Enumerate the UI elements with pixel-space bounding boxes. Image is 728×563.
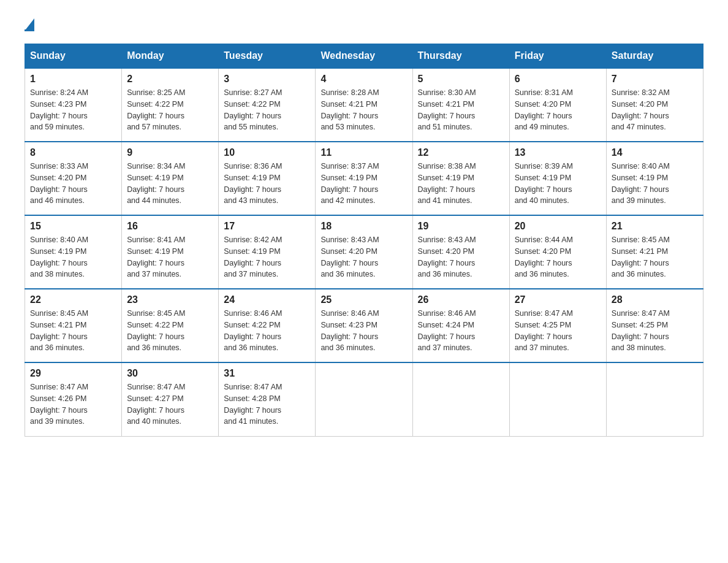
day-info: Sunrise: 8:24 AM Sunset: 4:23 PM Dayligh… [30,88,88,131]
day-number: 31 [224,368,310,379]
day-info: Sunrise: 8:46 AM Sunset: 4:24 PM Dayligh… [418,309,476,352]
header-monday: Monday [122,44,219,69]
week-row-1: 1 Sunrise: 8:24 AM Sunset: 4:23 PM Dayli… [25,68,703,142]
week-row-4: 22 Sunrise: 8:45 AM Sunset: 4:21 PM Dayl… [25,289,703,362]
day-number: 10 [224,147,310,158]
calendar-cell: 14 Sunrise: 8:40 AM Sunset: 4:19 PM Dayl… [606,142,703,215]
day-info: Sunrise: 8:37 AM Sunset: 4:19 PM Dayligh… [320,162,379,205]
week-row-5: 29 Sunrise: 8:47 AM Sunset: 4:26 PM Dayl… [25,362,703,436]
calendar-cell: 7 Sunrise: 8:32 AM Sunset: 4:20 PM Dayli… [606,68,703,142]
day-number: 6 [515,74,601,85]
day-number: 27 [515,294,601,305]
calendar-table: SundayMondayTuesdayWednesdayThursdayFrid… [25,44,703,437]
calendar-cell: 6 Sunrise: 8:31 AM Sunset: 4:20 PM Dayli… [509,68,606,142]
header-wednesday: Wednesday [316,44,412,69]
day-number: 28 [612,294,698,305]
day-info: Sunrise: 8:47 AM Sunset: 4:28 PM Dayligh… [224,383,282,426]
day-info: Sunrise: 8:45 AM Sunset: 4:22 PM Dayligh… [127,309,185,352]
calendar-cell: 11 Sunrise: 8:37 AM Sunset: 4:19 PM Dayl… [316,142,412,215]
day-info: Sunrise: 8:45 AM Sunset: 4:21 PM Dayligh… [612,236,670,278]
day-info: Sunrise: 8:42 AM Sunset: 4:19 PM Dayligh… [224,236,282,278]
day-number: 15 [30,221,116,232]
logo-underline [25,29,34,31]
week-row-3: 15 Sunrise: 8:40 AM Sunset: 4:19 PM Dayl… [25,215,703,289]
day-number: 19 [418,221,504,232]
day-info: Sunrise: 8:43 AM Sunset: 4:20 PM Dayligh… [418,236,476,278]
calendar-cell [606,362,703,436]
day-number: 24 [224,294,310,305]
day-info: Sunrise: 8:34 AM Sunset: 4:19 PM Dayligh… [127,162,185,205]
calendar-cell: 12 Sunrise: 8:38 AM Sunset: 4:19 PM Dayl… [412,142,509,215]
calendar-cell: 26 Sunrise: 8:46 AM Sunset: 4:24 PM Dayl… [412,289,509,362]
calendar-cell: 9 Sunrise: 8:34 AM Sunset: 4:19 PM Dayli… [122,142,219,215]
calendar-cell: 5 Sunrise: 8:30 AM Sunset: 4:21 PM Dayli… [412,68,509,142]
calendar-cell [412,362,509,436]
day-info: Sunrise: 8:31 AM Sunset: 4:20 PM Dayligh… [515,88,573,131]
calendar-cell: 8 Sunrise: 8:33 AM Sunset: 4:20 PM Dayli… [25,142,122,215]
day-info: Sunrise: 8:41 AM Sunset: 4:19 PM Dayligh… [127,236,185,278]
day-number: 29 [30,368,116,379]
day-info: Sunrise: 8:46 AM Sunset: 4:23 PM Dayligh… [320,309,379,352]
calendar-cell: 25 Sunrise: 8:46 AM Sunset: 4:23 PM Dayl… [316,289,412,362]
day-info: Sunrise: 8:32 AM Sunset: 4:20 PM Dayligh… [612,88,670,131]
day-number: 2 [127,74,213,85]
day-number: 12 [418,147,504,158]
day-info: Sunrise: 8:47 AM Sunset: 4:27 PM Dayligh… [127,383,185,426]
calendar-cell: 23 Sunrise: 8:45 AM Sunset: 4:22 PM Dayl… [122,289,219,362]
day-info: Sunrise: 8:40 AM Sunset: 4:19 PM Dayligh… [30,236,88,278]
calendar-cell: 2 Sunrise: 8:25 AM Sunset: 4:22 PM Dayli… [122,68,219,142]
day-number: 9 [127,147,213,158]
day-info: Sunrise: 8:25 AM Sunset: 4:22 PM Dayligh… [127,88,185,131]
day-info: Sunrise: 8:44 AM Sunset: 4:20 PM Dayligh… [515,236,573,278]
day-number: 7 [612,74,698,85]
day-info: Sunrise: 8:28 AM Sunset: 4:21 PM Dayligh… [320,88,379,131]
day-number: 20 [515,221,601,232]
day-info: Sunrise: 8:33 AM Sunset: 4:20 PM Dayligh… [30,162,88,205]
calendar-cell: 4 Sunrise: 8:28 AM Sunset: 4:21 PM Dayli… [316,68,412,142]
day-number: 23 [127,294,213,305]
header-friday: Friday [509,44,606,69]
day-number: 8 [30,147,116,158]
calendar-cell: 20 Sunrise: 8:44 AM Sunset: 4:20 PM Dayl… [509,215,606,289]
week-row-2: 8 Sunrise: 8:33 AM Sunset: 4:20 PM Dayli… [25,142,703,215]
page-header [25,18,703,31]
day-info: Sunrise: 8:47 AM Sunset: 4:25 PM Dayligh… [612,309,670,352]
day-number: 17 [224,221,310,232]
logo-triangle-icon [26,18,34,29]
day-number: 1 [30,74,116,85]
calendar-cell: 19 Sunrise: 8:43 AM Sunset: 4:20 PM Dayl… [412,215,509,289]
day-number: 25 [320,294,407,305]
day-number: 13 [515,147,601,158]
calendar-cell: 18 Sunrise: 8:43 AM Sunset: 4:20 PM Dayl… [316,215,412,289]
calendar-cell: 21 Sunrise: 8:45 AM Sunset: 4:21 PM Dayl… [606,215,703,289]
day-number: 11 [320,147,407,158]
day-number: 14 [612,147,698,158]
calendar-cell: 24 Sunrise: 8:46 AM Sunset: 4:22 PM Dayl… [219,289,316,362]
day-number: 26 [418,294,504,305]
day-info: Sunrise: 8:27 AM Sunset: 4:22 PM Dayligh… [224,88,282,131]
calendar-cell: 15 Sunrise: 8:40 AM Sunset: 4:19 PM Dayl… [25,215,122,289]
day-info: Sunrise: 8:43 AM Sunset: 4:20 PM Dayligh… [320,236,379,278]
calendar-cell: 27 Sunrise: 8:47 AM Sunset: 4:25 PM Dayl… [509,289,606,362]
day-number: 4 [320,74,407,85]
day-info: Sunrise: 8:46 AM Sunset: 4:22 PM Dayligh… [224,309,282,352]
calendar-cell: 31 Sunrise: 8:47 AM Sunset: 4:28 PM Dayl… [219,362,316,436]
calendar-cell: 10 Sunrise: 8:36 AM Sunset: 4:19 PM Dayl… [219,142,316,215]
day-number: 30 [127,368,213,379]
day-info: Sunrise: 8:40 AM Sunset: 4:19 PM Dayligh… [612,162,670,205]
day-info: Sunrise: 8:30 AM Sunset: 4:21 PM Dayligh… [418,88,476,131]
header-tuesday: Tuesday [219,44,316,69]
calendar-header-row: SundayMondayTuesdayWednesdayThursdayFrid… [25,44,703,69]
calendar-cell: 28 Sunrise: 8:47 AM Sunset: 4:25 PM Dayl… [606,289,703,362]
day-info: Sunrise: 8:47 AM Sunset: 4:25 PM Dayligh… [515,309,573,352]
calendar-cell [509,362,606,436]
day-number: 21 [612,221,698,232]
day-info: Sunrise: 8:47 AM Sunset: 4:26 PM Dayligh… [30,383,88,426]
day-number: 22 [30,294,116,305]
header-saturday: Saturday [606,44,703,69]
calendar-cell: 3 Sunrise: 8:27 AM Sunset: 4:22 PM Dayli… [219,68,316,142]
calendar-cell: 22 Sunrise: 8:45 AM Sunset: 4:21 PM Dayl… [25,289,122,362]
calendar-cell: 16 Sunrise: 8:41 AM Sunset: 4:19 PM Dayl… [122,215,219,289]
calendar-cell: 13 Sunrise: 8:39 AM Sunset: 4:19 PM Dayl… [509,142,606,215]
header-sunday: Sunday [25,44,122,69]
